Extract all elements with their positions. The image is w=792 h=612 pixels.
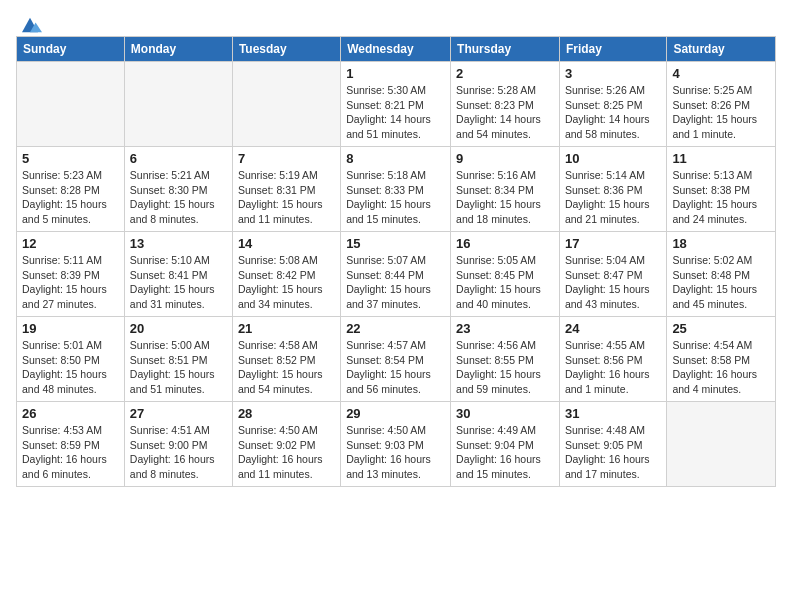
day-number: 8 bbox=[346, 151, 445, 166]
day-number: 29 bbox=[346, 406, 445, 421]
day-number: 14 bbox=[238, 236, 335, 251]
calendar-cell: 15Sunrise: 5:07 AMSunset: 8:44 PMDayligh… bbox=[341, 232, 451, 317]
calendar-cell: 14Sunrise: 5:08 AMSunset: 8:42 PMDayligh… bbox=[232, 232, 340, 317]
day-number: 17 bbox=[565, 236, 661, 251]
day-info: Sunrise: 5:10 AMSunset: 8:41 PMDaylight:… bbox=[130, 253, 227, 312]
day-info: Sunrise: 5:13 AMSunset: 8:38 PMDaylight:… bbox=[672, 168, 770, 227]
day-info: Sunrise: 4:51 AMSunset: 9:00 PMDaylight:… bbox=[130, 423, 227, 482]
day-info: Sunrise: 5:16 AMSunset: 8:34 PMDaylight:… bbox=[456, 168, 554, 227]
day-info: Sunrise: 5:25 AMSunset: 8:26 PMDaylight:… bbox=[672, 83, 770, 142]
calendar-cell: 30Sunrise: 4:49 AMSunset: 9:04 PMDayligh… bbox=[451, 402, 560, 487]
calendar-cell: 10Sunrise: 5:14 AMSunset: 8:36 PMDayligh… bbox=[559, 147, 666, 232]
calendar-cell: 6Sunrise: 5:21 AMSunset: 8:30 PMDaylight… bbox=[124, 147, 232, 232]
week-row-2: 5Sunrise: 5:23 AMSunset: 8:28 PMDaylight… bbox=[17, 147, 776, 232]
calendar-cell: 2Sunrise: 5:28 AMSunset: 8:23 PMDaylight… bbox=[451, 62, 560, 147]
day-number: 28 bbox=[238, 406, 335, 421]
page-header bbox=[16, 16, 776, 28]
day-info: Sunrise: 5:30 AMSunset: 8:21 PMDaylight:… bbox=[346, 83, 445, 142]
day-number: 23 bbox=[456, 321, 554, 336]
day-info: Sunrise: 5:07 AMSunset: 8:44 PMDaylight:… bbox=[346, 253, 445, 312]
weekday-header-wednesday: Wednesday bbox=[341, 37, 451, 62]
weekday-header-saturday: Saturday bbox=[667, 37, 776, 62]
calendar-cell: 12Sunrise: 5:11 AMSunset: 8:39 PMDayligh… bbox=[17, 232, 125, 317]
day-info: Sunrise: 5:14 AMSunset: 8:36 PMDaylight:… bbox=[565, 168, 661, 227]
weekday-header-monday: Monday bbox=[124, 37, 232, 62]
calendar-cell: 1Sunrise: 5:30 AMSunset: 8:21 PMDaylight… bbox=[341, 62, 451, 147]
calendar-cell: 27Sunrise: 4:51 AMSunset: 9:00 PMDayligh… bbox=[124, 402, 232, 487]
calendar-cell: 7Sunrise: 5:19 AMSunset: 8:31 PMDaylight… bbox=[232, 147, 340, 232]
calendar-cell: 9Sunrise: 5:16 AMSunset: 8:34 PMDaylight… bbox=[451, 147, 560, 232]
week-row-3: 12Sunrise: 5:11 AMSunset: 8:39 PMDayligh… bbox=[17, 232, 776, 317]
day-info: Sunrise: 4:54 AMSunset: 8:58 PMDaylight:… bbox=[672, 338, 770, 397]
day-info: Sunrise: 5:08 AMSunset: 8:42 PMDaylight:… bbox=[238, 253, 335, 312]
day-info: Sunrise: 5:18 AMSunset: 8:33 PMDaylight:… bbox=[346, 168, 445, 227]
day-info: Sunrise: 4:55 AMSunset: 8:56 PMDaylight:… bbox=[565, 338, 661, 397]
day-info: Sunrise: 5:26 AMSunset: 8:25 PMDaylight:… bbox=[565, 83, 661, 142]
calendar-cell bbox=[17, 62, 125, 147]
day-number: 30 bbox=[456, 406, 554, 421]
day-info: Sunrise: 4:57 AMSunset: 8:54 PMDaylight:… bbox=[346, 338, 445, 397]
calendar-cell: 31Sunrise: 4:48 AMSunset: 9:05 PMDayligh… bbox=[559, 402, 666, 487]
weekday-header-thursday: Thursday bbox=[451, 37, 560, 62]
day-info: Sunrise: 4:53 AMSunset: 8:59 PMDaylight:… bbox=[22, 423, 119, 482]
week-row-4: 19Sunrise: 5:01 AMSunset: 8:50 PMDayligh… bbox=[17, 317, 776, 402]
calendar-cell: 23Sunrise: 4:56 AMSunset: 8:55 PMDayligh… bbox=[451, 317, 560, 402]
calendar-cell: 18Sunrise: 5:02 AMSunset: 8:48 PMDayligh… bbox=[667, 232, 776, 317]
day-number: 27 bbox=[130, 406, 227, 421]
day-number: 15 bbox=[346, 236, 445, 251]
day-number: 25 bbox=[672, 321, 770, 336]
day-number: 1 bbox=[346, 66, 445, 81]
calendar-cell bbox=[667, 402, 776, 487]
weekday-header-tuesday: Tuesday bbox=[232, 37, 340, 62]
day-number: 6 bbox=[130, 151, 227, 166]
day-number: 12 bbox=[22, 236, 119, 251]
calendar-cell: 17Sunrise: 5:04 AMSunset: 8:47 PMDayligh… bbox=[559, 232, 666, 317]
calendar-cell: 20Sunrise: 5:00 AMSunset: 8:51 PMDayligh… bbox=[124, 317, 232, 402]
logo bbox=[16, 16, 42, 28]
day-info: Sunrise: 5:19 AMSunset: 8:31 PMDaylight:… bbox=[238, 168, 335, 227]
weekday-header-friday: Friday bbox=[559, 37, 666, 62]
day-info: Sunrise: 4:49 AMSunset: 9:04 PMDaylight:… bbox=[456, 423, 554, 482]
calendar-cell: 28Sunrise: 4:50 AMSunset: 9:02 PMDayligh… bbox=[232, 402, 340, 487]
day-number: 19 bbox=[22, 321, 119, 336]
logo-icon bbox=[18, 16, 42, 34]
day-info: Sunrise: 5:04 AMSunset: 8:47 PMDaylight:… bbox=[565, 253, 661, 312]
day-number: 3 bbox=[565, 66, 661, 81]
day-number: 5 bbox=[22, 151, 119, 166]
calendar-cell: 26Sunrise: 4:53 AMSunset: 8:59 PMDayligh… bbox=[17, 402, 125, 487]
day-info: Sunrise: 5:11 AMSunset: 8:39 PMDaylight:… bbox=[22, 253, 119, 312]
day-info: Sunrise: 5:21 AMSunset: 8:30 PMDaylight:… bbox=[130, 168, 227, 227]
day-number: 18 bbox=[672, 236, 770, 251]
calendar-cell: 4Sunrise: 5:25 AMSunset: 8:26 PMDaylight… bbox=[667, 62, 776, 147]
day-number: 2 bbox=[456, 66, 554, 81]
calendar-cell: 3Sunrise: 5:26 AMSunset: 8:25 PMDaylight… bbox=[559, 62, 666, 147]
day-info: Sunrise: 5:01 AMSunset: 8:50 PMDaylight:… bbox=[22, 338, 119, 397]
calendar-cell: 19Sunrise: 5:01 AMSunset: 8:50 PMDayligh… bbox=[17, 317, 125, 402]
calendar-cell: 21Sunrise: 4:58 AMSunset: 8:52 PMDayligh… bbox=[232, 317, 340, 402]
day-number: 9 bbox=[456, 151, 554, 166]
calendar-cell: 16Sunrise: 5:05 AMSunset: 8:45 PMDayligh… bbox=[451, 232, 560, 317]
day-info: Sunrise: 5:23 AMSunset: 8:28 PMDaylight:… bbox=[22, 168, 119, 227]
calendar-cell: 25Sunrise: 4:54 AMSunset: 8:58 PMDayligh… bbox=[667, 317, 776, 402]
day-info: Sunrise: 5:00 AMSunset: 8:51 PMDaylight:… bbox=[130, 338, 227, 397]
day-number: 22 bbox=[346, 321, 445, 336]
day-number: 16 bbox=[456, 236, 554, 251]
weekday-header-row: SundayMondayTuesdayWednesdayThursdayFrid… bbox=[17, 37, 776, 62]
calendar-cell bbox=[124, 62, 232, 147]
day-number: 21 bbox=[238, 321, 335, 336]
week-row-5: 26Sunrise: 4:53 AMSunset: 8:59 PMDayligh… bbox=[17, 402, 776, 487]
day-number: 7 bbox=[238, 151, 335, 166]
calendar-cell: 24Sunrise: 4:55 AMSunset: 8:56 PMDayligh… bbox=[559, 317, 666, 402]
day-number: 10 bbox=[565, 151, 661, 166]
calendar-cell: 13Sunrise: 5:10 AMSunset: 8:41 PMDayligh… bbox=[124, 232, 232, 317]
day-number: 13 bbox=[130, 236, 227, 251]
day-number: 24 bbox=[565, 321, 661, 336]
calendar-cell: 8Sunrise: 5:18 AMSunset: 8:33 PMDaylight… bbox=[341, 147, 451, 232]
weekday-header-sunday: Sunday bbox=[17, 37, 125, 62]
calendar-cell: 5Sunrise: 5:23 AMSunset: 8:28 PMDaylight… bbox=[17, 147, 125, 232]
day-number: 4 bbox=[672, 66, 770, 81]
day-info: Sunrise: 5:28 AMSunset: 8:23 PMDaylight:… bbox=[456, 83, 554, 142]
day-number: 20 bbox=[130, 321, 227, 336]
week-row-1: 1Sunrise: 5:30 AMSunset: 8:21 PMDaylight… bbox=[17, 62, 776, 147]
day-info: Sunrise: 4:50 AMSunset: 9:03 PMDaylight:… bbox=[346, 423, 445, 482]
